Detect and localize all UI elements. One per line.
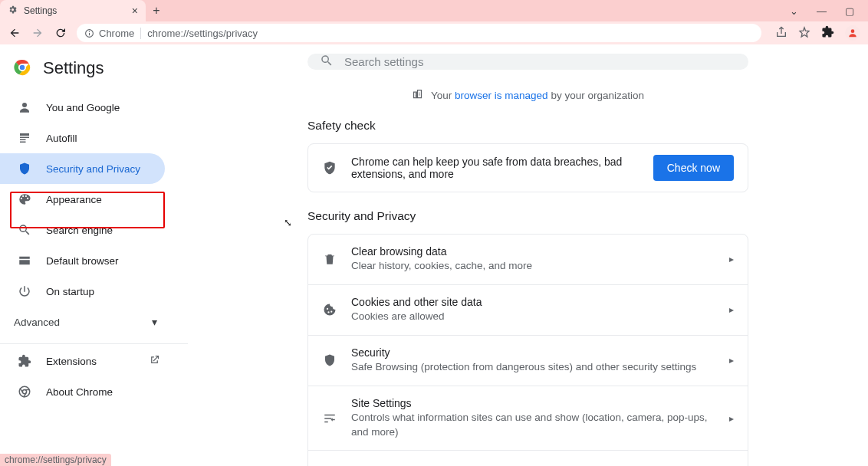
row-sub: Safe Browsing (protection from dangerous… xyxy=(351,360,715,375)
extensions-puzzle-icon xyxy=(17,354,32,368)
brand-row: Settings xyxy=(0,55,188,92)
site-info-chip[interactable]: Chrome xyxy=(84,28,141,39)
minimize-button[interactable]: — xyxy=(817,5,827,17)
section-security-privacy: Security and Privacy xyxy=(307,209,748,223)
svg-point-7 xyxy=(22,103,27,107)
check-now-button[interactable]: Check now xyxy=(653,155,734,181)
extensions-puzzle-icon[interactable] xyxy=(821,25,834,41)
shield-check-icon xyxy=(322,160,337,176)
caret-down-icon[interactable]: ⌄ xyxy=(790,5,798,17)
settings-page: Settings You and Google Autofill Securit… xyxy=(0,44,868,466)
sidebar-item-about[interactable]: About Chrome xyxy=(0,376,188,407)
person-icon xyxy=(17,100,32,114)
row-sub: Controls what information sites can use … xyxy=(351,411,715,440)
profile-avatar[interactable] xyxy=(845,25,860,41)
site-info-label: Chrome xyxy=(99,28,134,39)
safety-text: Chrome can help keep you safe from data … xyxy=(351,156,639,180)
row-title: Site Settings xyxy=(351,397,715,409)
sidebar-item-label: You and Google xyxy=(46,102,120,113)
chevron-right-icon: ▸ xyxy=(729,355,734,366)
row-title: Clear browsing data xyxy=(351,245,715,258)
back-button[interactable] xyxy=(8,27,21,39)
sidebar-item-you-and-google[interactable]: You and Google xyxy=(0,92,165,123)
main-content: Your browser is managed by your organiza… xyxy=(188,44,868,466)
settings-search-input[interactable] xyxy=(344,55,736,68)
maximize-button[interactable]: ▢ xyxy=(845,5,854,17)
settings-search[interactable] xyxy=(307,54,748,70)
row-title: Security xyxy=(351,346,715,359)
shield-icon xyxy=(322,353,337,367)
search-icon xyxy=(320,54,334,70)
sidebar: Settings You and Google Autofill Securit… xyxy=(0,44,188,466)
power-icon xyxy=(17,284,32,298)
bookmark-icon[interactable] xyxy=(798,26,810,41)
section-safety-check: Safety check xyxy=(307,119,748,133)
sidebar-item-default-browser[interactable]: Default browser xyxy=(0,245,165,276)
sidebar-item-appearance[interactable]: Appearance xyxy=(0,184,165,215)
share-icon[interactable] xyxy=(775,26,787,41)
window-icon xyxy=(17,254,32,267)
sidebar-item-on-startup[interactable]: On startup xyxy=(0,276,165,307)
reload-button[interactable] xyxy=(54,27,67,39)
tune-icon xyxy=(322,412,337,425)
gear-icon xyxy=(8,5,18,17)
managed-notice: Your browser is managed by your organiza… xyxy=(412,88,644,102)
tab-title: Settings xyxy=(24,5,57,16)
open-external-icon xyxy=(149,354,160,368)
palette-icon xyxy=(17,192,32,206)
window-controls: ⌄ — ▢ xyxy=(790,0,868,21)
new-tab-button[interactable]: + xyxy=(146,0,167,21)
svg-point-1 xyxy=(89,31,90,32)
sidebar-item-search-engine[interactable]: Search engine xyxy=(0,215,165,245)
chevron-right-icon: ▸ xyxy=(729,254,734,264)
svg-point-3 xyxy=(851,29,855,33)
chevron-right-icon: ▸ xyxy=(729,413,734,424)
url-text: chrome://settings/privacy xyxy=(147,28,258,39)
row-title: Cookies and other site data xyxy=(351,296,715,308)
sidebar-item-label: Default browser xyxy=(46,255,119,267)
row-clear-browsing-data[interactable]: Clear browsing data Clear history, cooki… xyxy=(308,235,748,284)
sidebar-advanced-toggle[interactable]: Advanced ▾ xyxy=(0,307,188,337)
sidebar-item-autofill[interactable]: Autofill xyxy=(0,123,165,153)
chrome-logo-icon xyxy=(14,59,31,78)
close-tab-icon[interactable]: × xyxy=(132,5,138,17)
building-icon xyxy=(412,88,423,102)
autofill-icon xyxy=(17,131,32,145)
sidebar-item-label: Security and Privacy xyxy=(46,163,140,175)
shield-icon xyxy=(17,162,32,176)
address-bar[interactable]: Chrome chrome://settings/privacy xyxy=(77,24,761,42)
row-security[interactable]: Security Safe Browsing (protection from … xyxy=(308,335,748,386)
sidebar-item-label: Appearance xyxy=(46,194,102,205)
security-privacy-card: Clear browsing data Clear history, cooki… xyxy=(307,234,748,466)
browser-toolbar: Chrome chrome://settings/privacy xyxy=(0,21,868,44)
page-title: Settings xyxy=(43,58,104,78)
sidebar-item-label: On startup xyxy=(46,286,94,297)
sidebar-item-label: Autofill xyxy=(46,133,77,144)
sidebar-item-label: Extensions xyxy=(46,356,97,367)
caret-down-icon: ▾ xyxy=(152,316,157,328)
row-sub: Clear history, cookies, cache, and more xyxy=(351,259,715,274)
window-titlebar: Settings × + ⌄ — ▢ xyxy=(0,0,868,21)
chevron-right-icon: ▸ xyxy=(729,304,734,315)
chrome-outline-icon xyxy=(17,385,32,399)
search-icon xyxy=(17,223,32,237)
managed-link[interactable]: browser is managed xyxy=(455,90,548,101)
sidebar-item-security[interactable]: Security and Privacy xyxy=(0,153,165,184)
forward-button[interactable] xyxy=(31,27,44,39)
sidebar-nav: You and Google Autofill Security and Pri… xyxy=(0,92,188,307)
sidebar-item-label: Search engine xyxy=(46,225,113,236)
managed-text: Your browser is managed by your organiza… xyxy=(431,90,644,101)
trash-icon xyxy=(322,252,337,266)
sidebar-item-extensions[interactable]: Extensions xyxy=(0,346,188,376)
divider xyxy=(0,343,188,344)
sidebar-item-label: About Chrome xyxy=(46,386,113,398)
safety-check-card: Chrome can help keep you safe from data … xyxy=(307,143,748,192)
browser-tab[interactable]: Settings × xyxy=(0,0,146,21)
row-privacy-sandbox[interactable]: Privacy Sandbox xyxy=(308,450,748,466)
row-cookies[interactable]: Cookies and other site data Cookies are … xyxy=(308,284,748,335)
cookie-icon xyxy=(322,303,337,317)
advanced-label: Advanced xyxy=(14,317,60,328)
status-bar: chrome://settings/privacy xyxy=(0,454,111,466)
row-sub: Cookies are allowed xyxy=(351,310,715,324)
row-site-settings[interactable]: Site Settings Controls what information … xyxy=(308,386,748,451)
